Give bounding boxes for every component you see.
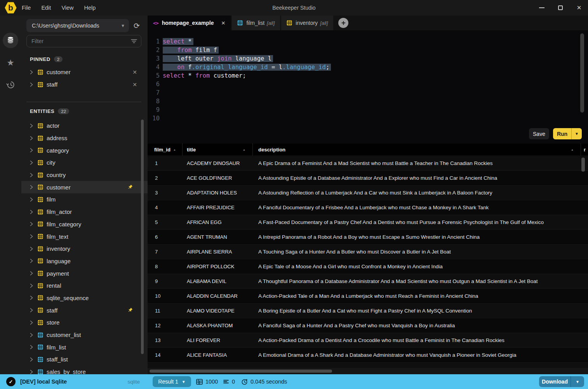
run-dropdown-button[interactable]: ▼ [571,128,582,139]
table-row[interactable]: 11ALAMO VIDEOTAPEA Boring Epistle of a B… [148,304,588,318]
code-line[interactable]: select * from customer; [163,72,580,81]
cell-title[interactable]: ALAMO VIDEOTAPE [183,308,253,314]
sidebar-item-film[interactable]: film [21,193,148,206]
cell-title[interactable]: ALASKA PHANTOM [183,323,253,328]
tab-homepage_example[interactable]: <>homepage_example✕ [148,16,231,30]
result-selector[interactable]: Result 1 ▼ [153,376,191,387]
code-line[interactable] [163,89,580,98]
cell-title[interactable]: ALI FOREVER [183,337,253,343]
table-row[interactable]: 7AIRPLANE SIERRAA Touching Saga of a Hun… [148,245,588,259]
sidebar-item-sales_by_store[interactable]: sales_by_store [21,366,148,374]
cell-title[interactable]: ACADEMY DINOSAUR [183,160,253,166]
column-header-description[interactable]: description▲ [253,143,581,156]
cell-film-id[interactable]: 3 [148,190,183,196]
table-row[interactable]: 4AFFAIR PREJUDICEA Fanciful Documentary … [148,200,588,215]
cell-title[interactable]: AGENT TRUMAN [183,234,253,240]
cell-description[interactable]: A Thoughtful Panorama of a Database Admi… [253,278,588,284]
table-row[interactable]: 10ALADDIN CALENDARA Action-Packed Tale o… [148,289,588,304]
table-row[interactable]: 1ACADEMY DINOSAURA Epic Drama of a Femin… [148,156,588,171]
editor-code[interactable]: select * from film f left outer join lan… [163,38,580,123]
cell-title[interactable]: AIRPLANE SIERRA [183,249,253,255]
sidebar-item-customer_list[interactable]: customer_list [21,329,148,341]
cell-film-id[interactable]: 9 [148,278,183,284]
sidebar-item-film_actor[interactable]: film_actor [21,206,148,218]
sidebar-item-rental[interactable]: rental [21,280,148,292]
close-button[interactable]: ✕ [576,4,583,11]
sidebar-scrollbar[interactable] [141,120,144,354]
menu-file[interactable]: File [22,5,31,11]
sidebar-item-sqlite_sequence[interactable]: sqlite_sequence [21,292,148,304]
run-button[interactable]: Run ▼ [553,128,582,139]
unpin-button[interactable]: ✕ [132,82,137,88]
table-row[interactable]: 13ALI FOREVERA Action-Packed Drama of a … [148,333,588,348]
favorites-button[interactable]: ★ [3,55,18,71]
pin-icon[interactable] [127,307,133,313]
sidebar-item-customer[interactable]: customer [21,181,148,193]
cell-film-id[interactable]: 11 [148,308,183,314]
table-horizontal-scrollbar[interactable] [148,368,588,374]
pin-icon[interactable] [127,184,133,190]
cell-film-id[interactable]: 8 [148,264,183,269]
history-button[interactable] [3,77,18,92]
pinned-item-staff[interactable]: staff✕ [21,78,148,91]
sidebar-item-film_category[interactable]: film_category [21,218,148,231]
cell-description[interactable]: A Astounding Epistle of a Database Admin… [253,175,588,181]
close-tab-button[interactable]: ✕ [221,20,226,26]
sidebar-item-country[interactable]: country [21,169,148,181]
code-line[interactable] [163,98,580,106]
code-line[interactable] [163,81,580,89]
connection-select[interactable]: C:\Users\ghstng\Downloads ▼ [26,19,129,32]
cell-film-id[interactable]: 13 [148,337,183,343]
filter-input[interactable] [31,38,131,44]
cell-title[interactable]: ALICE FANTASIA [183,352,253,358]
sidebar-item-inventory[interactable]: inventory [21,243,148,255]
download-button[interactable]: Download ▼ [539,376,584,387]
cell-film-id[interactable]: 5 [148,219,183,225]
cell-description[interactable]: A Astounding Reflection of a Lumberjack … [253,190,588,196]
menu-view[interactable]: View [61,5,73,11]
cell-description[interactable]: A Epic Tale of a Moose And a Girl who mu… [253,264,588,269]
menu-help[interactable]: Help [84,5,96,11]
tab-film_list[interactable]: film_list[all] [232,16,280,30]
cell-description[interactable]: A Boring Epistle of a Butler And a Cat w… [253,308,588,314]
scrollbar-thumb[interactable] [150,370,332,373]
cell-film-id[interactable]: 14 [148,352,183,358]
new-tab-button[interactable]: + [338,18,348,28]
cell-description[interactable]: A Fanciful Documentary of a Frisbee And … [253,205,588,210]
table-row[interactable]: 2ACE GOLDFINGERA Astounding Epistle of a… [148,171,588,186]
table-row[interactable]: 14ALICE FANTASIAA Emotional Drama of a A… [148,348,588,363]
cell-film-id[interactable]: 10 [148,293,183,299]
cell-film-id[interactable]: 6 [148,234,183,240]
table-row[interactable]: 6AGENT TRUMANA Intrepid Panorama of a Ro… [148,230,588,245]
table-row[interactable]: 5AFRICAN EGGA Fast-Paced Documentary of … [148,215,588,230]
sidebar-item-store[interactable]: store [21,316,148,329]
save-button[interactable]: Save [529,128,549,139]
cell-description[interactable]: A Epic Drama of a Feminist And a Mad Sci… [253,160,588,166]
sidebar-item-language[interactable]: language [21,255,148,267]
cell-film-id[interactable]: 4 [148,205,183,210]
cell-description[interactable]: A Touching Saga of a Hunter And a Butler… [253,249,588,255]
code-line[interactable] [163,115,580,123]
cell-title[interactable]: ALABAMA DEVIL [183,278,253,284]
sidebar-item-category[interactable]: category [21,144,148,156]
column-header-title[interactable]: title▲ [183,143,253,156]
sidebar-item-staff[interactable]: staff [21,304,148,316]
cell-film-id[interactable]: 7 [148,249,183,255]
sidebar-item-film_text[interactable]: film_text [21,230,148,243]
tab-inventory[interactable]: inventory[all] [281,16,333,30]
cell-description[interactable]: A Fanciful Saga of a Hunter And a Pastry… [253,323,588,328]
cell-description[interactable]: A Intrepid Panorama of a Robot And a Boy… [253,234,588,240]
menu-edit[interactable]: Edit [41,5,51,11]
code-line[interactable]: from film f [163,47,580,55]
cell-title[interactable]: AFRICAN EGG [183,219,253,225]
cell-title[interactable]: ADAPTATION HOLES [183,190,253,196]
database-panel-button[interactable] [3,33,18,48]
cell-title[interactable]: AIRPORT POLLOCK [183,264,253,269]
cell-description[interactable]: A Fast-Paced Documentary of a Pastry Che… [253,219,588,225]
sidebar-item-staff_list[interactable]: staff_list [21,353,148,366]
cell-title[interactable]: ALADDIN CALENDAR [183,293,253,299]
column-header-film_id[interactable]: film_id▲ [148,143,183,156]
sql-editor[interactable]: 12345678910 select * from film f left ou… [148,30,588,128]
column-header-partial[interactable]: r [581,143,588,156]
table-vertical-scrollbar[interactable] [581,158,585,172]
